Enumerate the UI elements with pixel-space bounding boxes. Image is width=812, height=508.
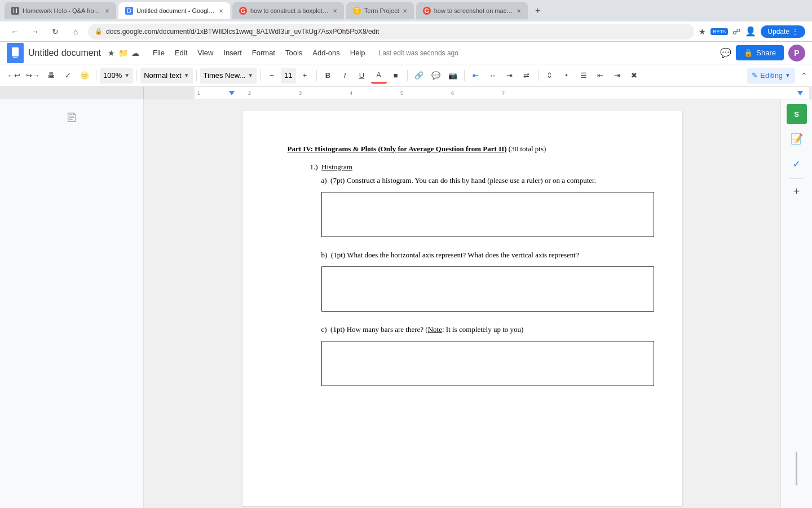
tab-google-docs[interactable]: D Untitled document - Google D... ✕ bbox=[118, 2, 230, 19]
share-button[interactable]: 🔒 Share bbox=[736, 45, 784, 60]
tab-close-boxplot[interactable]: ✕ bbox=[333, 8, 337, 14]
font-select[interactable]: Times New... ▼ bbox=[200, 68, 257, 84]
q1-text: Histogram bbox=[321, 163, 352, 171]
comments-icon[interactable]: 💬 bbox=[720, 47, 731, 58]
print-button[interactable]: 🖶 bbox=[43, 68, 59, 84]
tasks-icon[interactable]: ✓ bbox=[787, 154, 807, 174]
editing-dropdown[interactable]: ✎ Editing ▼ bbox=[747, 68, 795, 84]
clear-formatting-button[interactable]: ✖ bbox=[626, 68, 642, 84]
tab-close-docs[interactable]: ✕ bbox=[219, 8, 223, 14]
home-button[interactable]: ⌂ bbox=[68, 24, 83, 40]
main-area: 🖹 Part IV: Histograms & Plots (Only for … bbox=[0, 99, 812, 508]
tab-icon-homework: H bbox=[11, 7, 19, 15]
new-tab-button[interactable]: + bbox=[530, 3, 546, 19]
line-spacing-button[interactable]: ⇕ bbox=[542, 68, 558, 84]
menu-addons[interactable]: Add-ons bbox=[308, 46, 344, 59]
tab-term-project[interactable]: T Term Project ✕ bbox=[346, 2, 414, 19]
back-button[interactable]: ← bbox=[7, 24, 23, 40]
lock-share-icon: 🔒 bbox=[744, 49, 753, 57]
question-1c-text: c) (1pt) How many bars are there? (Note:… bbox=[321, 325, 637, 334]
answer-box-1c[interactable] bbox=[321, 341, 654, 386]
forward-button[interactable]: → bbox=[27, 24, 43, 40]
question-1b-text: b) (1pt) What does the horizontal axis r… bbox=[321, 251, 637, 260]
font-decrease-button[interactable]: − bbox=[264, 68, 280, 84]
redo-button[interactable]: ↪→ bbox=[24, 68, 42, 84]
bullet-list-button[interactable]: • bbox=[559, 68, 575, 84]
underline-button[interactable]: U bbox=[354, 68, 370, 84]
align-right-button[interactable]: ⇥ bbox=[502, 68, 518, 84]
toolbar-sep-2 bbox=[136, 70, 137, 81]
justify-button[interactable]: ⇄ bbox=[519, 68, 535, 84]
bold-button[interactable]: B bbox=[320, 68, 336, 84]
numbered-list-button[interactable]: ☰ bbox=[576, 68, 592, 84]
url-text: docs.google.com/document/d/1xBTWIlDIcs1w… bbox=[106, 28, 379, 36]
image-button[interactable]: 📷 bbox=[445, 68, 461, 84]
answer-box-1b[interactable] bbox=[321, 266, 654, 312]
style-select[interactable]: Normal text ▼ bbox=[140, 68, 192, 84]
menu-view[interactable]: View bbox=[193, 46, 218, 59]
scrollbar-thumb[interactable] bbox=[796, 452, 797, 485]
extensions-icon[interactable]: ☍ bbox=[732, 27, 740, 36]
comment-button[interactable]: 💬 bbox=[428, 68, 444, 84]
update-button[interactable]: Update ⋮ bbox=[761, 25, 805, 38]
star-icon[interactable]: ★ bbox=[108, 49, 115, 58]
align-left-button[interactable]: ⇤ bbox=[468, 68, 484, 84]
font-increase-button[interactable]: + bbox=[297, 68, 313, 84]
collapse-toolbar-button[interactable]: ⌃ bbox=[801, 71, 807, 80]
cloud-icon[interactable]: ☁ bbox=[131, 49, 139, 58]
doc-title[interactable]: Untitled document bbox=[28, 48, 101, 58]
profile-icon[interactable]: 👤 bbox=[745, 26, 756, 37]
document-area[interactable]: Part IV: Histograms & Plots (Only for Av… bbox=[144, 99, 780, 508]
tab-homework[interactable]: H Homework Help - Q&A from G... ✕ bbox=[5, 2, 116, 19]
menu-tools[interactable]: Tools bbox=[281, 46, 307, 59]
sidebar-divider-1 bbox=[790, 178, 804, 179]
avatar[interactable]: P bbox=[788, 45, 805, 62]
menu-edit[interactable]: Edit bbox=[170, 46, 192, 59]
last-edit-text: Last edit was seconds ago bbox=[379, 49, 458, 57]
tab-close-term[interactable]: ✕ bbox=[403, 8, 407, 14]
paint-format-button[interactable]: 🌝 bbox=[77, 68, 92, 84]
font-size-select[interactable]: 11 bbox=[281, 68, 295, 84]
answer-box-1a[interactable] bbox=[321, 192, 654, 237]
part-title-rest: (30 total pts) bbox=[507, 144, 546, 153]
menu-file[interactable]: File bbox=[148, 46, 169, 59]
editing-label: Editing bbox=[760, 71, 783, 80]
editing-arrow-icon: ▼ bbox=[785, 72, 791, 78]
lock-icon: 🔒 bbox=[95, 28, 103, 35]
decrease-indent-button[interactable]: ⇤ bbox=[593, 68, 608, 84]
q1-num: 1.) bbox=[310, 163, 322, 171]
font-arrow-icon: ▼ bbox=[248, 72, 253, 78]
style-value: Normal text bbox=[144, 71, 181, 80]
qc-rest: : It is completely up to you) bbox=[442, 325, 523, 334]
menu-help[interactable]: Help bbox=[346, 46, 370, 59]
increase-indent-button[interactable]: ⇥ bbox=[610, 68, 625, 84]
italic-button[interactable]: I bbox=[337, 68, 353, 84]
bookmark-icon[interactable]: ★ bbox=[699, 27, 706, 36]
menu-insert[interactable]: Insert bbox=[219, 46, 246, 59]
url-bar[interactable]: 🔒 docs.google.com/document/d/1xBTWIlDIcs… bbox=[88, 24, 694, 40]
highlight-button[interactable]: ■ bbox=[388, 68, 404, 84]
undo-button[interactable]: ←↩ bbox=[5, 68, 23, 84]
qc-text: (1pt) How many bars are there? ( bbox=[330, 325, 428, 334]
folder-icon[interactable]: 📁 bbox=[118, 49, 128, 58]
align-center-button[interactable]: ↔ bbox=[485, 68, 501, 84]
toolbar-sep-8 bbox=[538, 70, 539, 81]
outline-icon[interactable]: 🖹 bbox=[65, 111, 78, 125]
tab-screenshot[interactable]: G how to screenshot on mac - G... ✕ bbox=[416, 2, 528, 19]
tab-boxplot[interactable]: G how to construct a boxplot fr... ✕ bbox=[232, 2, 344, 19]
zoom-select[interactable]: 100% ▼ bbox=[100, 68, 133, 84]
sheets-icon[interactable]: S bbox=[787, 104, 807, 124]
sidebar-add-button[interactable]: + bbox=[789, 183, 805, 199]
docs-logo bbox=[7, 43, 24, 63]
menu-format[interactable]: Format bbox=[248, 46, 280, 59]
tab-label-docs: Untitled document - Google D... bbox=[136, 7, 215, 14]
update-chevron-icon: ⋮ bbox=[792, 28, 798, 36]
reload-button[interactable]: ↻ bbox=[47, 24, 63, 40]
tab-close-screenshot[interactable]: ✕ bbox=[517, 8, 521, 14]
link-button[interactable]: 🔗 bbox=[411, 68, 427, 84]
qb-text: (1pt) What does the horizontal axis repr… bbox=[331, 251, 579, 259]
text-color-button[interactable]: A bbox=[371, 68, 387, 84]
tab-close-homework[interactable]: ✕ bbox=[105, 8, 109, 14]
spellcheck-button[interactable]: ✓ bbox=[60, 68, 76, 84]
keep-icon[interactable]: 📝 bbox=[787, 129, 807, 149]
